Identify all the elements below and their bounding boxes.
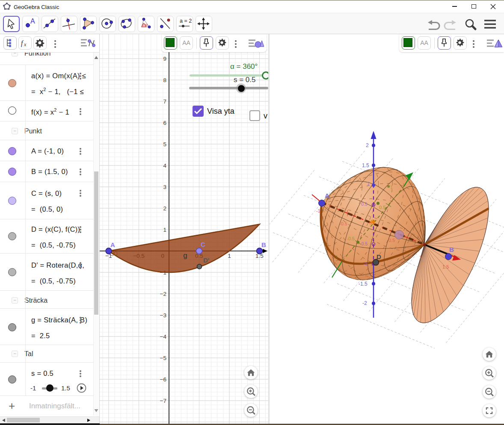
svg-text:8: 8 [163,77,166,83]
svg-text:A: A [30,18,35,25]
svg-text:-0.5: -0.5 [360,241,368,246]
svg-text:-0.5: -0.5 [347,236,355,241]
svg-text:-1: -1 [316,208,320,213]
svg-text:1: 1 [419,255,422,260]
svg-text:5: 5 [163,141,166,148]
svg-text:1: 1 [367,181,370,186]
svg-text:x: x [24,41,27,47]
svg-text:D': D' [203,257,209,264]
svg-text:−6: −6 [160,376,166,383]
svg-text:0: 0 [369,220,372,225]
svg-text:-1: -1 [364,261,368,266]
svg-text:4: 4 [163,162,166,169]
svg-text:−2: −2 [160,291,166,297]
svg-text:1: 1 [228,253,231,259]
svg-text:A: A [325,192,329,199]
svg-text:A: A [110,241,115,248]
svg-text:f: f [21,39,24,47]
svg-text:-0.5: -0.5 [339,221,347,226]
svg-text:-2: -2 [362,300,367,306]
svg-text:7: 7 [163,98,166,105]
svg-text:2: 2 [163,205,166,212]
svg-text:a = 2: a = 2 [180,18,192,24]
svg-text:1.5: 1.5 [442,264,449,269]
svg-text:0.5: 0.5 [388,238,395,243]
svg-text:C: C [201,241,205,248]
svg-text:0.5: 0.5 [361,201,368,207]
svg-text:−3: −3 [160,312,166,319]
svg-text:0.5: 0.5 [379,205,385,210]
svg-text:−4: −4 [160,334,167,340]
svg-text:2: 2 [366,142,369,148]
svg-text:D: D [377,253,381,260]
svg-text:B: B [449,246,454,253]
svg-text:-1.5: -1.5 [359,281,368,287]
svg-text:1: 1 [163,227,166,233]
svg-text:B: B [261,241,266,248]
svg-text:6: 6 [163,120,166,126]
svg-text:−7: −7 [160,398,166,404]
svg-text:-1: -1 [334,255,338,260]
svg-text:g: g [183,251,187,260]
svg-text:3: 3 [163,184,166,190]
svg-text:9: 9 [163,56,166,62]
svg-text:−5: −5 [160,355,166,361]
svg-text:1: 1 [390,185,393,190]
svg-text:α: α [145,23,148,27]
svg-text:1.5: 1.5 [362,162,369,168]
